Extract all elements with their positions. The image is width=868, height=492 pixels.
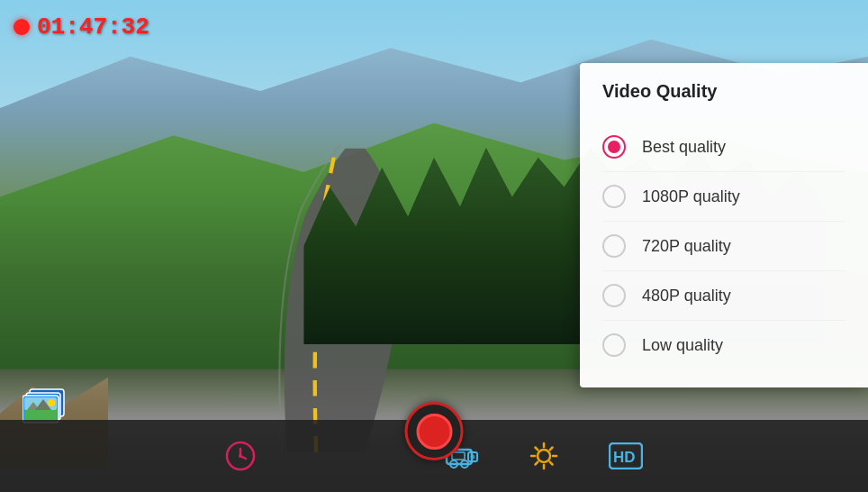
quality-option-720p[interactable]: 720P quality bbox=[602, 222, 845, 271]
svg-point-21 bbox=[538, 450, 550, 462]
record-button-inner bbox=[416, 414, 452, 450]
quality-option-480p[interactable]: 480P quality bbox=[602, 271, 845, 321]
radio-low bbox=[602, 333, 626, 357]
recording-indicator: 01:47:32 bbox=[14, 14, 149, 41]
svg-line-28 bbox=[550, 448, 553, 451]
quality-label-720p: 720P quality bbox=[642, 237, 731, 256]
quality-label-1080p: 1080P quality bbox=[642, 187, 740, 206]
quality-label-low: Low quality bbox=[642, 336, 723, 355]
hd-icon: HD bbox=[609, 442, 643, 469]
record-button[interactable] bbox=[405, 402, 464, 460]
quality-label-best: Best quality bbox=[642, 138, 726, 157]
recording-dot bbox=[14, 19, 30, 35]
clock-icon bbox=[225, 441, 256, 471]
record-button-container bbox=[405, 402, 464, 460]
svg-point-5 bbox=[48, 399, 55, 406]
radio-1080p bbox=[602, 185, 626, 208]
svg-point-17 bbox=[471, 455, 475, 460]
radio-480p bbox=[602, 284, 626, 307]
svg-text:HD: HD bbox=[613, 449, 636, 466]
quality-label-480p: 480P quality bbox=[642, 287, 731, 305]
brightness-icon bbox=[529, 441, 559, 471]
quality-option-best[interactable]: Best quality bbox=[602, 123, 845, 172]
toolbar-clock-button[interactable] bbox=[225, 441, 256, 471]
radio-best bbox=[602, 135, 626, 159]
svg-line-26 bbox=[536, 448, 538, 451]
quality-option-1080p[interactable]: 1080P quality bbox=[602, 172, 845, 222]
svg-line-27 bbox=[550, 462, 553, 465]
quality-title: Video Quality bbox=[602, 81, 845, 106]
toolbar-brightness-button[interactable] bbox=[529, 441, 559, 471]
quality-panel: Video Quality Best quality 1080P quality… bbox=[580, 63, 868, 387]
toolbar-hd-button[interactable]: HD bbox=[609, 442, 643, 469]
recording-time: 01:47:32 bbox=[37, 14, 149, 41]
radio-best-inner bbox=[608, 141, 620, 153]
svg-line-29 bbox=[536, 462, 538, 465]
radio-720p bbox=[602, 234, 626, 258]
svg-point-11 bbox=[239, 454, 242, 458]
gallery-icon[interactable] bbox=[23, 384, 72, 424]
quality-option-low[interactable]: Low quality bbox=[602, 321, 845, 369]
